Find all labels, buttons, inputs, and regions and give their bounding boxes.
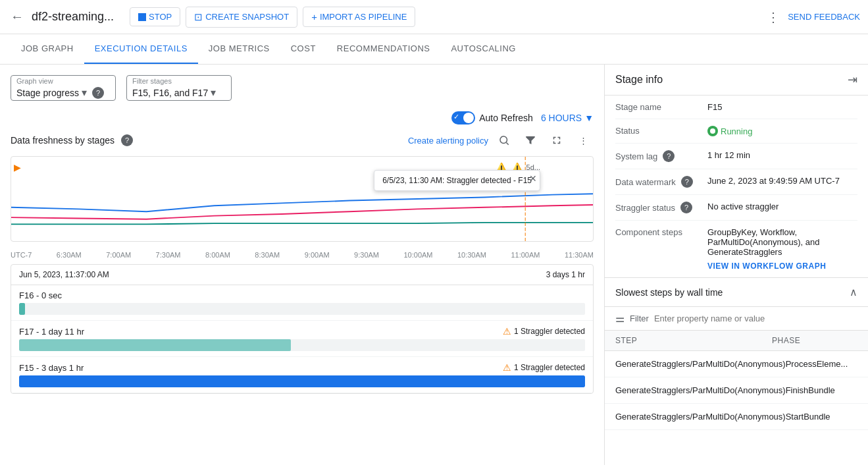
step-row-3: GenerateStragglers/ParMultiDo(Anonymous)… bbox=[605, 404, 868, 430]
filter-stages-label: Filter stages bbox=[132, 77, 226, 85]
info-label-system-lag: System lag ? bbox=[615, 150, 707, 162]
stage-bar-bg-f15 bbox=[19, 375, 585, 387]
time-label-730: 7:30AM bbox=[156, 251, 181, 259]
time-label-1100: 11:00AM bbox=[511, 251, 540, 259]
filter-row: ⚌ Filter bbox=[605, 307, 868, 331]
info-row-status: Status Running bbox=[615, 119, 857, 144]
step-phase-1: ProcessEleme... bbox=[786, 359, 857, 369]
auto-refresh-toggle[interactable]: ✓ bbox=[451, 111, 475, 124]
filter-icon[interactable] bbox=[520, 130, 541, 151]
graph-view-help-icon[interactable]: ? bbox=[92, 87, 104, 99]
svg-point-3 bbox=[710, 128, 715, 134]
stop-button[interactable]: STOP bbox=[130, 7, 180, 26]
tab-job-graph[interactable]: JOB GRAPH bbox=[11, 34, 84, 64]
back-button[interactable]: ← bbox=[8, 7, 26, 27]
info-value-data-watermark: June 2, 2023 at 9:49:59 AM UTC-7 bbox=[707, 176, 857, 186]
create-snapshot-button[interactable]: ⊡ CREATE SNAPSHOT bbox=[186, 7, 297, 28]
filter-stages-arrow: ▾ bbox=[211, 86, 216, 99]
time-label-930: 9:30AM bbox=[354, 251, 379, 259]
stage-row-f17: F17 - 1 day 11 hr ⚠ 1 Straggler detected bbox=[11, 321, 593, 357]
left-panel: Graph view Stage progress ▾ ? Filter sta… bbox=[0, 65, 605, 465]
straggler-badge-f17: ⚠ 1 Straggler detected bbox=[503, 326, 585, 337]
stage-row-f16: F16 - 0 sec bbox=[11, 285, 593, 321]
stop-icon bbox=[138, 13, 146, 21]
filter-stages-selector[interactable]: Filter stages F15, F16, and F17 ▾ bbox=[126, 75, 232, 101]
steps-col-phase-header: Phase bbox=[772, 336, 857, 345]
tab-job-metrics[interactable]: JOB METRICS bbox=[198, 34, 280, 64]
step-phase-2: FinishBundle bbox=[786, 385, 857, 395]
stage-timestamp: Jun 5, 2023, 11:37:00 AM bbox=[19, 270, 109, 279]
slowest-steps-title: Slowest steps by wall time bbox=[615, 287, 723, 298]
warning-triangle-f15: ⚠ bbox=[503, 362, 511, 373]
svg-point-0 bbox=[500, 136, 507, 144]
info-value-straggler-status: No active straggler bbox=[707, 202, 857, 211]
hours-selector[interactable]: 6 HOURS ▼ bbox=[541, 113, 594, 123]
straggler-status-help-icon[interactable]: ? bbox=[680, 202, 692, 213]
hours-arrow-icon: ▼ bbox=[584, 113, 594, 123]
info-label-data-watermark: Data watermark ? bbox=[615, 176, 707, 188]
stage-info-header: Stage info ⇥ bbox=[605, 65, 868, 96]
step-name-1: GenerateStragglers/ParMultiDo(Anonymous) bbox=[615, 359, 786, 369]
time-label-900: 9:00AM bbox=[305, 251, 330, 259]
time-label-1000: 10:00AM bbox=[403, 251, 432, 259]
graph-view-selector[interactable]: Graph view Stage progress ▾ ? bbox=[11, 75, 116, 101]
time-label-700: 7:00AM bbox=[106, 251, 131, 259]
info-row-data-watermark: Data watermark ? June 2, 2023 at 9:49:59… bbox=[615, 169, 857, 195]
svg-line-1 bbox=[506, 142, 508, 144]
info-label-status: Status bbox=[615, 126, 707, 136]
time-label-800: 8:00AM bbox=[205, 251, 230, 259]
chart-help-icon[interactable]: ? bbox=[121, 134, 133, 146]
stage-info-title: Stage info bbox=[615, 74, 663, 86]
create-alerting-link[interactable]: Create alerting policy bbox=[408, 136, 488, 146]
chart-tooltip: 6/5/23, 11:30 AM: Straggler detected - F… bbox=[374, 170, 540, 191]
straggler-badge-f15: ⚠ 1 Straggler detected bbox=[503, 362, 585, 373]
stage-bar-bg-f16 bbox=[19, 303, 585, 315]
collapse-slowest-steps-button[interactable]: ∧ bbox=[850, 286, 857, 298]
zoom-icon[interactable] bbox=[494, 130, 515, 151]
filter-stages-value[interactable]: F15, F16, and F17 ▾ bbox=[132, 86, 226, 99]
stage-info-table: Stage name F15 Status Running System lag… bbox=[605, 96, 868, 278]
stage-name-f15: F15 - 3 days 1 hr bbox=[19, 363, 84, 373]
info-row-system-lag: System lag ? 1 hr 12 min bbox=[615, 144, 857, 169]
tooltip-text: 6/5/23, 11:30 AM: Straggler detected - F… bbox=[382, 176, 532, 185]
main-layout: Graph view Stage progress ▾ ? Filter sta… bbox=[0, 65, 868, 465]
tab-execution-details[interactable]: EXECUTION DETAILS bbox=[84, 34, 198, 64]
time-label-1130: 11:30AM bbox=[565, 251, 594, 259]
stage-name-f16: F16 - 0 sec bbox=[19, 290, 62, 300]
stage-row-f15: F15 - 3 days 1 hr ⚠ 1 Straggler detected bbox=[11, 357, 593, 393]
send-feedback-button[interactable]: SEND FEEDBACK bbox=[788, 12, 860, 22]
tab-cost[interactable]: COST bbox=[280, 34, 326, 64]
system-lag-help-icon[interactable]: ? bbox=[663, 150, 675, 162]
step-name-3: GenerateStragglers/ParMultiDo(Anonymous) bbox=[615, 412, 786, 422]
filter-icon: ⚌ bbox=[615, 312, 625, 325]
chart-title-area: Data freshness by stages ? bbox=[11, 134, 133, 146]
collapse-right-panel-button[interactable]: ⇥ bbox=[848, 72, 857, 87]
filter-label: Filter bbox=[630, 314, 649, 323]
info-value-stage-name: F15 bbox=[707, 102, 857, 112]
auto-refresh-label: Auto Refresh bbox=[479, 113, 533, 123]
fullscreen-icon[interactable] bbox=[546, 130, 567, 151]
stage-bar-bg-f17 bbox=[19, 339, 585, 351]
filter-input[interactable] bbox=[654, 314, 857, 323]
stage-total-duration: 3 days 1 hr bbox=[546, 270, 585, 279]
stage-name-f17: F17 - 1 day 11 hr bbox=[19, 327, 84, 337]
tab-recommendations[interactable]: RECOMMENDATIONS bbox=[326, 34, 441, 64]
tab-autoscaling[interactable]: AUTOSCALING bbox=[440, 34, 526, 64]
steps-table-header: Step Phase bbox=[605, 331, 868, 351]
tabs-bar: JOB GRAPH EXECUTION DETAILS JOB METRICS … bbox=[0, 34, 868, 65]
import-pipeline-button[interactable]: + IMPORT AS PIPELINE bbox=[303, 7, 415, 27]
view-workflow-link[interactable]: VIEW IN WORKFLOW GRAPH bbox=[707, 261, 826, 271]
toolbar: ← df2-streaming... STOP ⊡ CREATE SNAPSHO… bbox=[0, 0, 868, 34]
tooltip-close-button[interactable]: ✕ bbox=[529, 173, 537, 184]
more-chart-options-icon[interactable]: ⋮ bbox=[573, 130, 594, 151]
snapshot-icon: ⊡ bbox=[194, 11, 203, 23]
data-watermark-help-icon[interactable]: ? bbox=[681, 176, 693, 188]
info-value-system-lag: 1 hr 12 min bbox=[707, 150, 857, 160]
step-row-1: GenerateStragglers/ParMultiDo(Anonymous)… bbox=[605, 351, 868, 377]
graph-view-value[interactable]: Stage progress ▾ ? bbox=[16, 86, 110, 99]
more-options-button[interactable]: ⋮ bbox=[764, 7, 782, 28]
page-title: df2-streaming... bbox=[32, 10, 114, 24]
stage-bar-f16 bbox=[19, 303, 25, 315]
step-name-2: GenerateStragglers/ParMultiDo(Anonymous) bbox=[615, 385, 786, 395]
refresh-bar: ✓ Auto Refresh 6 HOURS ▼ bbox=[11, 111, 594, 124]
